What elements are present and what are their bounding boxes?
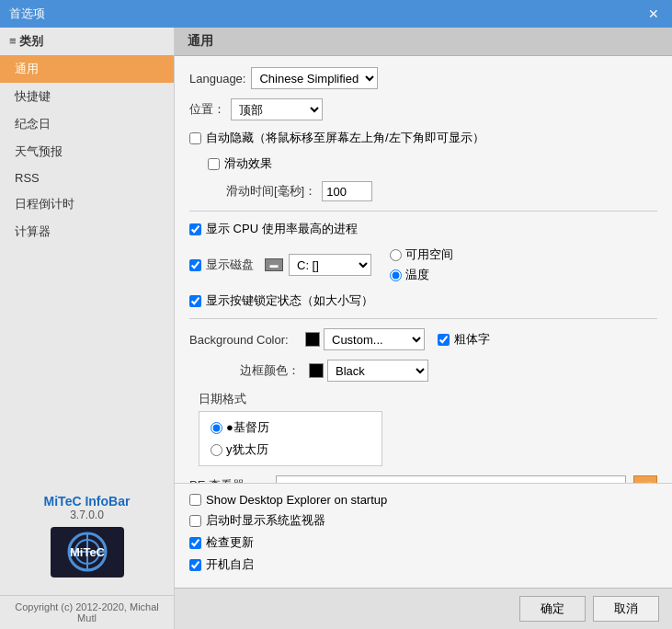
sidebar-item-countdown[interactable]: 日程倒计时 [0,190,174,218]
border-color-label: 边框颜色： [189,362,300,379]
auto-start-checkbox[interactable] [189,559,201,571]
slide-effect-label: 滑动效果 [224,155,272,172]
pe-folder-button[interactable]: 📁 [633,475,657,483]
bg-color-row: Background Color: Custom... Black White … [189,328,657,350]
show-desktop-checkbox[interactable] [189,494,201,506]
date-hebrew-label[interactable]: y犹太历 [211,441,370,458]
show-cpu-checkbox[interactable] [189,223,201,235]
radio-temp[interactable] [390,269,402,281]
show-keylock-checkbox[interactable] [189,295,201,307]
position-select[interactable]: 顶部 底部 [231,98,323,120]
bottom-section: Show Desktop Explorer on startup 启动时显示系统… [175,483,672,588]
show-monitor-label: 启动时显示系统监视器 [206,512,325,529]
sidebar-copyright: Copyright (c) 2012-2020, Michal Mutl [0,595,174,629]
border-color-row: 边框颜色： Black White Gray Custom... [189,360,657,382]
content-body: Language: Chinese Simplified English Ger… [175,56,672,483]
date-format-label: 日期格式 [199,391,652,407]
bg-color-swatch [305,332,320,347]
sidebar-item-general[interactable]: 通用 [0,55,174,83]
close-button[interactable]: ✕ [644,5,663,23]
show-keylock-label: 显示按键锁定状态（如大小写） [206,292,373,309]
sidebar-section-header: ≡ 类别 [0,28,174,55]
sidebar-item-weather[interactable]: 天气预报 [0,138,174,166]
auto-hide-checkbox[interactable] [189,132,201,144]
cancel-button[interactable]: 取消 [593,596,659,622]
sidebar-item-rss[interactable]: RSS [0,166,174,190]
svg-text:MiTeC: MiTeC [69,545,105,559]
slide-time-label: 滑动时间[毫秒]： [226,183,316,200]
app-version: 3.7.0.0 [9,509,165,521]
disk-select[interactable]: C: [] [289,254,371,276]
content-header: 通用 [175,28,672,56]
show-desktop-label: Show Desktop Explorer on startup [206,493,387,507]
border-color-select[interactable]: Black White Gray Custom... [327,360,428,382]
border-color-swatch [309,363,324,378]
disk-select-container: ▬ C: [] [265,254,371,276]
auto-start-row: 开机自启 [189,556,657,573]
date-format-box: ●基督历 y犹太历 [199,411,382,466]
bold-checkbox[interactable] [438,334,450,346]
sidebar-item-shortcuts[interactable]: 快捷键 [0,83,174,110]
sidebar-item-calculator[interactable]: 计算器 [0,218,174,246]
language-select[interactable]: Chinese Simplified English German French [251,67,378,89]
sidebar-item-anniversary[interactable]: 纪念日 [0,110,174,138]
disk-radio-group: 可用空间 温度 [390,246,453,283]
slide-effect-checkbox[interactable] [208,158,220,170]
slide-time-input[interactable] [322,181,372,201]
radio-temp-label[interactable]: 温度 [390,267,453,283]
sidebar-logo: MiTeC InfoBar 3.7.0.0 MiTeC [0,485,174,595]
radio-gregorian[interactable] [211,422,222,434]
language-row: Language: Chinese Simplified English Ger… [189,67,657,89]
app-name: MiTeC InfoBar [9,494,165,509]
show-disk-checkbox[interactable] [189,259,201,271]
show-keylock-row: 显示按键锁定状态（如大小写） [189,292,657,309]
show-disk-label: 显示磁盘 [206,257,254,273]
window-title: 首选项 [9,6,45,22]
footer-bar: 确定 取消 [175,588,672,629]
confirm-button[interactable]: 确定 [519,596,586,622]
date-gregorian-label[interactable]: ●基督历 [211,419,370,436]
check-update-row: 检查更新 [189,534,657,551]
radio-hebrew[interactable] [211,444,222,456]
pe-input[interactable] [276,475,626,483]
show-monitor-checkbox[interactable] [189,515,201,527]
show-cpu-label: 显示 CPU 使用率最高的进程 [206,221,358,237]
slide-time-row: 滑动时间[毫秒]： [226,181,657,201]
position-row: 位置： 顶部 底部 [189,98,657,120]
mitec-logo: MiTeC [51,527,124,578]
check-update-checkbox[interactable] [189,537,201,549]
auto-hide-label: 自动隐藏（将鼠标移至屏幕左上角/左下角即可显示） [206,130,484,146]
radio-available-label[interactable]: 可用空间 [390,246,453,263]
position-label: 位置： [189,101,225,118]
bg-color-label: Background Color: [189,333,300,347]
show-cpu-row: 显示 CPU 使用率最高的进程 [189,221,657,237]
bold-container: 粗体字 [438,331,490,348]
auto-start-label: 开机自启 [206,556,254,573]
title-bar: 首选项 ✕ [0,0,672,28]
show-disk-row: 显示磁盘 ▬ C: [] 可用空间 [189,246,657,283]
auto-hide-row: 自动隐藏（将鼠标移至屏幕左上角/左下角即可显示） [189,130,657,146]
slide-effect-row: 滑动效果 [208,155,657,172]
check-update-label: 检查更新 [206,534,254,551]
content-area: 通用 Language: Chinese Simplified English … [175,28,672,629]
pe-section: PE 查看器： 📁 下载 MiTeC EXE Explorer [189,475,657,483]
sidebar: ≡ 类别 通用 快捷键 纪念日 天气预报 RSS 日程倒计时 计算器 MiTeC… [0,28,175,629]
disk-icon: ▬ [265,258,283,271]
date-format-section: 日期格式 ●基督历 y犹太历 [189,391,657,466]
language-label: Language: [189,72,245,86]
bold-label: 粗体字 [454,331,490,348]
bg-color-select[interactable]: Custom... Black White [324,328,425,350]
show-monitor-row: 启动时显示系统监视器 [189,512,657,529]
show-desktop-row: Show Desktop Explorer on startup [189,493,657,507]
pe-row: PE 查看器： 📁 [189,475,657,483]
radio-available[interactable] [390,249,402,261]
